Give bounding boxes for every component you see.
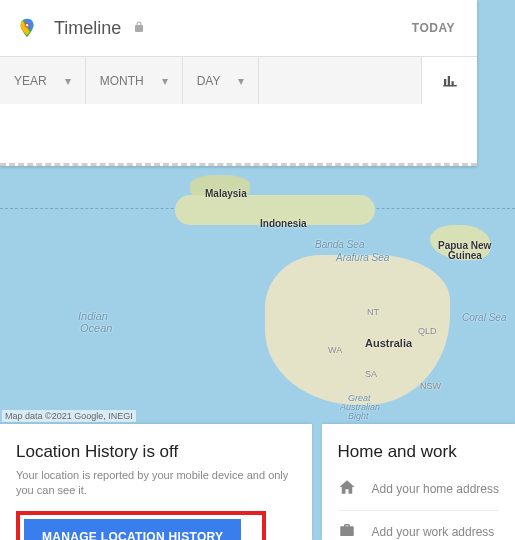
map-label-arafura: Arafura Sea <box>336 252 389 263</box>
map-label-banda: Banda Sea <box>315 239 365 250</box>
manage-location-history-button[interactable]: MANAGE LOCATION HISTORY <box>24 519 241 540</box>
home-work-card: Home and work Add your home address Add … <box>322 424 515 540</box>
map-label-wa: WA <box>328 345 342 355</box>
location-history-card: Location History is off Your location is… <box>0 424 312 540</box>
year-label: YEAR <box>14 74 47 88</box>
google-maps-logo-icon <box>16 17 38 39</box>
location-history-title: Location History is off <box>16 442 296 462</box>
map-label-indonesia: Indonesia <box>260 218 307 229</box>
page-title: Timeline <box>54 18 121 39</box>
today-button[interactable]: TODAY <box>412 21 455 35</box>
map-label-australia: Australia <box>365 337 412 349</box>
map-label-qld: QLD <box>418 326 437 336</box>
home-work-title: Home and work <box>338 442 499 462</box>
lock-icon <box>133 19 145 37</box>
annotation-highlight: MANAGE LOCATION HISTORY <box>16 511 266 540</box>
month-label: MONTH <box>100 74 144 88</box>
month-dropdown[interactable]: MONTH ▾ <box>86 57 183 104</box>
add-work-row[interactable]: Add your work address <box>338 511 499 540</box>
location-history-desc: Your location is reported by your mobile… <box>16 468 296 499</box>
add-home-label: Add your home address <box>372 482 499 496</box>
map-label-png2: Guinea <box>448 250 482 261</box>
add-work-label: Add your work address <box>372 525 495 539</box>
map-label-indian1: Indian <box>78 310 108 322</box>
chevron-down-icon: ▾ <box>162 74 168 88</box>
map-label-nt: NT <box>367 307 379 317</box>
timeline-strip <box>0 104 477 166</box>
map-label-nsw: NSW <box>420 381 441 391</box>
map-attribution: Map data ©2021 Google, INEGI <box>2 410 136 422</box>
map-label-gab3: Bight <box>348 411 369 421</box>
bar-chart-icon <box>441 70 459 92</box>
year-dropdown[interactable]: YEAR ▾ <box>0 57 86 104</box>
chevron-down-icon: ▾ <box>65 74 71 88</box>
home-icon <box>338 478 358 500</box>
chevron-down-icon: ▾ <box>238 74 244 88</box>
map-label-indian2: Ocean <box>80 322 112 334</box>
briefcase-icon <box>338 521 358 540</box>
day-label: DAY <box>197 74 221 88</box>
top-panel: Timeline TODAY YEAR ▾ MONTH ▾ DAY ▾ <box>0 0 477 166</box>
day-dropdown[interactable]: DAY ▾ <box>183 57 260 104</box>
add-home-row[interactable]: Add your home address <box>338 468 499 511</box>
svg-point-1 <box>26 24 28 26</box>
map-label-malaysia: Malaysia <box>205 188 247 199</box>
map-label-coral: Coral Sea <box>462 312 506 323</box>
map-label-sa: SA <box>365 369 377 379</box>
chart-button[interactable] <box>421 57 477 104</box>
